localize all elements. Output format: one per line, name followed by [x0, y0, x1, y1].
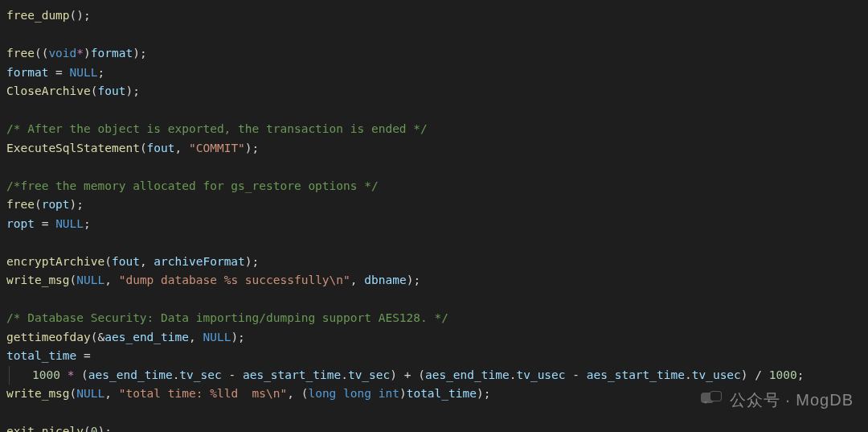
code-token-pun: , (: [287, 387, 308, 400]
code-token-fn: CloseArchive: [6, 84, 91, 97]
code-token-pun: (: [74, 368, 88, 381]
code-token-var: format: [6, 66, 48, 79]
code-editor[interactable]: free_dump(); free((void*)format);format …: [0, 0, 868, 432]
code-token-pun: .: [341, 368, 348, 381]
code-token-var: dbname: [364, 274, 406, 286]
code-token-var: ropt: [42, 198, 70, 211]
code-line[interactable]: free(ropt);: [6, 195, 862, 215]
code-token-deref: *: [76, 47, 84, 60]
code-token-pun: [60, 368, 68, 381]
code-token-kw: int: [379, 387, 399, 400]
code-token-pun: ;: [98, 66, 105, 79]
code-token-pun: );: [231, 331, 244, 344]
code-token-fn: exit_nicely: [6, 425, 84, 432]
code-token-pun: .: [685, 368, 692, 381]
code-token-pun: ,: [140, 255, 154, 268]
code-line[interactable]: /*free the memory allocated for gs_resto…: [6, 177, 862, 196]
code-token-pun: -: [566, 368, 587, 381]
code-token-pun: );: [477, 387, 490, 400]
code-token-var: ropt: [6, 217, 35, 230]
code-token-var: format: [91, 47, 133, 60]
code-token-kw: NULL: [70, 66, 98, 79]
code-token-pun: );: [407, 274, 420, 286]
code-line[interactable]: ExecuteSqlStatement(fout, "COMMIT");: [6, 139, 862, 158]
code-token-kw: void: [48, 47, 76, 60]
code-line[interactable]: [6, 404, 862, 423]
code-line[interactable]: write_msg(NULL, "dump database %s succes…: [6, 271, 862, 290]
code-line[interactable]: [6, 290, 862, 310]
code-token-pun: =: [35, 217, 55, 230]
code-token-pun: ,: [189, 331, 203, 344]
code-token-var: aes_end_time: [88, 368, 173, 381]
code-token-pun: (: [84, 425, 91, 432]
code-token-var: aes_end_time: [104, 331, 189, 344]
code-token-pun: );: [125, 84, 139, 97]
code-line[interactable]: [6, 233, 862, 253]
code-token-pun: (&: [91, 331, 104, 344]
code-token-pun: ) /: [741, 368, 769, 381]
code-token-fn: free_dump: [6, 9, 70, 22]
code-line[interactable]: [6, 26, 862, 45]
code-token-pun: =: [48, 66, 69, 79]
code-token-var: fout: [98, 84, 126, 97]
code-line[interactable]: total_time =: [6, 347, 862, 366]
code-line[interactable]: 1000 * (aes_end_time.tv_sec - aes_start_…: [6, 366, 862, 385]
code-token-pun: );: [70, 198, 84, 211]
code-token-kw: NULL: [55, 217, 84, 230]
code-line[interactable]: [6, 158, 862, 177]
code-token-pun: ,: [104, 387, 118, 400]
code-token-var: archiveFormat: [154, 255, 245, 268]
code-line[interactable]: /* Database Security: Data importing/dum…: [6, 309, 862, 328]
code-token-pun: );: [245, 142, 259, 154]
code-line[interactable]: free((void*)format);: [6, 44, 862, 64]
code-token-pun: ;: [84, 217, 91, 230]
code-line[interactable]: /* After the object is exported, the tra…: [6, 120, 862, 139]
code-token-str: "total time: %lld ms\n": [119, 387, 288, 400]
code-line[interactable]: free_dump();: [6, 6, 862, 26]
code-token-kw: NULL: [76, 274, 104, 286]
code-token-fn: ExecuteSqlStatement: [6, 142, 140, 154]
code-token-var: total_time: [407, 387, 477, 400]
code-line[interactable]: CloseArchive(fout);: [6, 82, 862, 101]
code-token-var: fout: [147, 142, 175, 154]
code-token-fn: free: [6, 47, 35, 60]
code-token-pun: ): [399, 387, 407, 400]
code-token-pun: );: [245, 255, 259, 268]
code-token-pun: (: [70, 274, 77, 286]
code-token-pun: );: [133, 47, 146, 60]
code-token-pun: (: [140, 142, 147, 154]
code-token-pun: ): [84, 47, 91, 60]
code-token-pun: [371, 387, 379, 400]
code-token-pun: ((: [35, 47, 48, 60]
code-token-pun: ,: [350, 274, 364, 286]
code-token-pun: );: [98, 425, 112, 432]
code-token-var: tv_sec: [179, 368, 221, 381]
code-token-fn: gettimeofday: [6, 331, 91, 344]
code-token-num: 0: [91, 425, 98, 432]
code-token-pun: ) + (: [390, 368, 425, 381]
code-line[interactable]: write_msg(NULL, "total time: %lld ms\n",…: [6, 385, 862, 404]
code-line[interactable]: [6, 101, 862, 121]
code-token-fn: write_msg: [6, 387, 70, 400]
code-token-var: tv_usec: [516, 368, 565, 381]
code-token-kw: long: [308, 387, 336, 400]
code-token-pun: (: [70, 387, 77, 400]
code-token-pun: -: [222, 368, 243, 381]
code-token-fn: free: [6, 198, 35, 211]
code-token-kw: NULL: [203, 331, 231, 344]
code-token-fn: encryptArchive: [6, 255, 104, 268]
code-line[interactable]: format = NULL;: [6, 64, 862, 83]
code-token-var: fout: [112, 255, 140, 268]
code-token-pun: ,: [104, 274, 118, 286]
code-token-pun: ,: [175, 142, 189, 154]
code-line[interactable]: encryptArchive(fout, archiveFormat);: [6, 253, 862, 272]
code-line[interactable]: exit_nicely(0);: [6, 422, 862, 432]
code-comment: /* After the object is exported, the tra…: [6, 122, 428, 135]
code-token-fn: write_msg: [6, 274, 70, 286]
code-token-kw: NULL: [76, 387, 104, 400]
code-line[interactable]: ropt = NULL;: [6, 215, 862, 234]
code-token-num: 1000: [769, 368, 797, 381]
code-token-pun: ();: [70, 9, 91, 22]
code-line[interactable]: gettimeofday(&aes_end_time, NULL);: [6, 328, 862, 348]
code-token-str: "dump database %s successfully\n": [119, 274, 350, 286]
